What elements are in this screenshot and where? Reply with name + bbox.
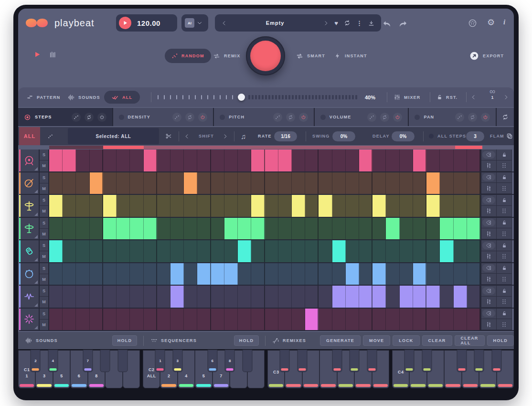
step-cell[interactable] — [305, 309, 319, 331]
step-cell[interactable] — [413, 150, 426, 171]
step-cell[interactable] — [251, 309, 265, 331]
piano-roll-icon[interactable] — [49, 51, 57, 59]
tab-pan[interactable]: PAN — [409, 108, 496, 126]
step-cell[interactable] — [197, 150, 211, 171]
track-lock-icon[interactable] — [497, 263, 512, 274]
track-expand-handle[interactable] — [34, 280, 38, 284]
black-key[interactable] — [297, 350, 307, 372]
tab-random-icon[interactable] — [367, 113, 376, 122]
step-cell[interactable] — [386, 240, 399, 262]
step-cell[interactable] — [332, 218, 346, 240]
loop-prev[interactable] — [471, 87, 476, 107]
step-cell[interactable] — [117, 150, 130, 171]
step-cell[interactable] — [319, 172, 332, 194]
step-cell[interactable] — [63, 286, 76, 308]
step-cell[interactable] — [400, 286, 413, 308]
black-key[interactable] — [474, 350, 484, 372]
step-cell[interactable] — [157, 218, 170, 240]
tab-power-icon[interactable] — [198, 113, 207, 122]
shift-left-button[interactable] — [184, 127, 190, 145]
black-key[interactable]: 1 — [155, 350, 165, 372]
step-cell[interactable] — [197, 172, 211, 194]
step-cell[interactable] — [413, 286, 426, 308]
step-cell[interactable] — [332, 286, 346, 308]
step-cell[interactable] — [346, 172, 359, 194]
step-cell[interactable] — [197, 309, 211, 331]
mute-button[interactable]: M — [40, 251, 48, 262]
step-cell[interactable] — [400, 195, 413, 217]
shift-right-button[interactable] — [223, 127, 228, 145]
sequencers-hold-button[interactable]: HOLD — [234, 332, 259, 349]
step-cell[interactable] — [359, 309, 372, 331]
tab-volume[interactable]: VOLUME — [315, 108, 408, 126]
step-cell[interactable] — [144, 150, 157, 171]
track-lock-icon[interactable] — [497, 286, 512, 297]
step-cell[interactable] — [144, 218, 157, 240]
step-cell[interactable] — [157, 263, 170, 285]
preset-next-icon[interactable] — [323, 21, 329, 26]
tab-enable-dot[interactable] — [415, 115, 420, 120]
step-cell[interactable] — [49, 309, 63, 331]
mute-button[interactable]: M — [40, 229, 48, 239]
step-cell[interactable] — [319, 286, 332, 308]
step-cell[interactable] — [197, 218, 211, 240]
step-cell[interactable] — [63, 150, 76, 171]
track-lock-icon[interactable] — [497, 309, 512, 320]
step-cell[interactable] — [346, 263, 359, 285]
track-expand-handle[interactable] — [34, 213, 38, 216]
step-cell[interactable] — [278, 286, 292, 308]
remix-button[interactable]: REMIX — [213, 49, 241, 63]
step-cell[interactable] — [90, 309, 103, 331]
step-cell[interactable] — [454, 195, 467, 217]
step-cell[interactable] — [211, 240, 224, 262]
step-cell[interactable] — [386, 263, 399, 285]
clear-track-button[interactable] — [481, 286, 497, 297]
random-button[interactable]: RANDOM — [165, 49, 211, 63]
kebab-menu-icon[interactable]: ⋮ — [356, 20, 362, 26]
step-cell[interactable] — [305, 172, 319, 194]
step-cell[interactable] — [400, 150, 413, 171]
step-cell[interactable] — [63, 172, 76, 194]
step-cell[interactable] — [454, 172, 467, 194]
step-cell[interactable] — [440, 195, 453, 217]
step-cell[interactable] — [224, 263, 238, 285]
step-cell[interactable] — [184, 218, 197, 240]
step-cell[interactable] — [49, 172, 63, 194]
step-cell[interactable] — [211, 286, 224, 308]
rate-value[interactable]: 1/16 — [274, 127, 297, 145]
step-cell[interactable] — [251, 286, 265, 308]
mute-button[interactable]: M — [40, 297, 48, 307]
step-cell[interactable] — [197, 195, 211, 217]
solo-button[interactable]: S — [40, 309, 48, 320]
step-cell[interactable] — [454, 218, 467, 240]
step-cell[interactable] — [103, 195, 117, 217]
step-cell[interactable] — [76, 240, 89, 262]
solo-button[interactable]: S — [40, 195, 48, 206]
tab-refresh-icon[interactable] — [468, 113, 477, 122]
track-drag-handle[interactable] — [497, 274, 512, 285]
step-cell[interactable] — [211, 218, 224, 240]
track-expand-handle[interactable] — [34, 190, 38, 193]
step-cell[interactable] — [184, 309, 197, 331]
step-cell[interactable] — [144, 286, 157, 308]
step-cell[interactable] — [117, 263, 130, 285]
tab-random-icon[interactable] — [455, 113, 464, 122]
clear-track-button[interactable] — [481, 172, 497, 183]
track-lock-icon[interactable] — [497, 218, 512, 229]
track-sliders-icon[interactable] — [481, 206, 497, 217]
black-key[interactable] — [367, 350, 377, 372]
copy-icon[interactable] — [506, 127, 513, 145]
step-cell[interactable] — [454, 309, 467, 331]
step-cell[interactable] — [372, 309, 386, 331]
step-cell[interactable] — [278, 218, 292, 240]
delay-value[interactable]: 0% — [392, 127, 415, 145]
step-cell[interactable] — [103, 172, 117, 194]
tab-refresh-icon[interactable] — [185, 113, 194, 122]
mute-button[interactable]: M — [40, 206, 48, 216]
step-cell[interactable] — [238, 263, 251, 285]
tab-sounds[interactable]: SOUNDS — [67, 87, 100, 107]
step-cell[interactable] — [184, 172, 197, 194]
save-preset-icon[interactable] — [368, 20, 374, 26]
step-cell[interactable] — [346, 286, 359, 308]
step-cell[interactable] — [170, 286, 184, 308]
